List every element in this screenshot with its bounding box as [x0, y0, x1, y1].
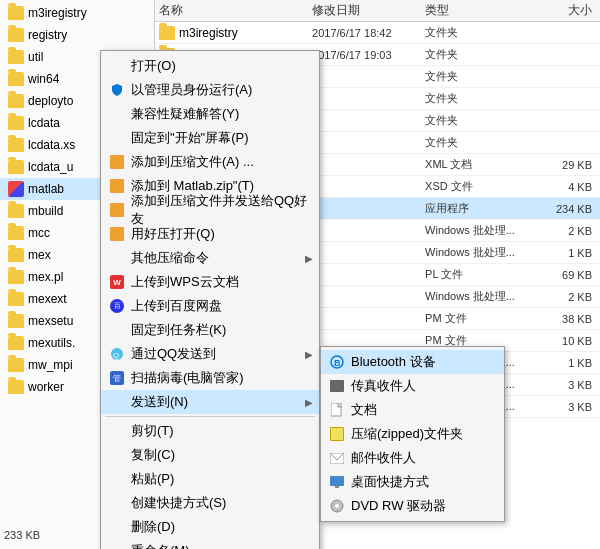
- mail-icon: [327, 448, 347, 468]
- column-header-修改日期[interactable]: 修改日期: [312, 2, 425, 19]
- file-size: 234 KB: [538, 203, 600, 215]
- folder-icon: [8, 248, 24, 262]
- menu-item-add-compress-qq[interactable]: 添加到压缩文件并发送给QQ好友: [101, 198, 319, 222]
- doc-icon: [327, 400, 347, 420]
- compress-icon: [107, 152, 127, 172]
- column-header-大小[interactable]: 大小: [538, 2, 600, 19]
- submenu-item-mail[interactable]: 邮件收件人: [321, 446, 504, 470]
- menu-item-label: 扫描病毒(电脑管家): [131, 369, 244, 387]
- submenu-item-label: 邮件收件人: [351, 449, 416, 467]
- column-header-类型[interactable]: 类型: [425, 2, 538, 19]
- file-size: 10 KB: [538, 335, 600, 347]
- compress-icon: [107, 224, 127, 244]
- file-name: m3iregistry: [179, 26, 238, 40]
- menu-item-other-compress[interactable]: 其他压缩命令▶: [101, 246, 319, 270]
- folder-icon: [8, 336, 24, 350]
- submenu-item-fax[interactable]: 传真收件人: [321, 374, 504, 398]
- folder-icon: [8, 138, 24, 152]
- file-type: 文件夹: [425, 69, 538, 84]
- submenu-item-zip[interactable]: 压缩(zipped)文件夹: [321, 422, 504, 446]
- column-header-名称[interactable]: 名称: [155, 2, 312, 19]
- file-type: Windows 批处理...: [425, 223, 538, 238]
- menu-item-pin-start[interactable]: 固定到"开始"屏幕(P): [101, 126, 319, 150]
- desktop-icon: [327, 472, 347, 492]
- file-size: 38 KB: [538, 313, 600, 325]
- sidebar-label: deployto: [28, 94, 73, 108]
- menu-item-paste[interactable]: 粘贴(P): [101, 467, 319, 491]
- file-type: PL 文件: [425, 267, 538, 282]
- menu-item-wps-upload[interactable]: W上传到WPS云文档: [101, 270, 319, 294]
- svg-rect-6: [330, 476, 344, 486]
- submenu-item-bluetooth[interactable]: BBluetooth 设备: [321, 350, 504, 374]
- svg-point-9: [335, 504, 339, 508]
- sidebar-size: 233 KB: [4, 529, 40, 541]
- submenu-item-desktop[interactable]: 桌面快捷方式: [321, 470, 504, 494]
- menu-item-send-to[interactable]: 发送到(N)▶: [101, 390, 319, 414]
- sidebar-label: mex.pl: [28, 270, 63, 284]
- menu-item-label: 固定到"开始"屏幕(P): [131, 129, 249, 147]
- menu-item-pin-taskbar[interactable]: 固定到任务栏(K): [101, 318, 319, 342]
- menu-item-label: 兼容性疑难解答(Y): [131, 105, 239, 123]
- menu-item-compat[interactable]: 兼容性疑难解答(Y): [101, 102, 319, 126]
- file-type: XSD 文件: [425, 179, 538, 194]
- submenu-item-label: 文档: [351, 401, 377, 419]
- submenu-item-doc[interactable]: 文档: [321, 398, 504, 422]
- compress-icon: [107, 176, 127, 196]
- sidebar-label: mcc: [28, 226, 50, 240]
- file-size: 3 KB: [538, 401, 600, 413]
- file-date: 2017/6/17 18:42: [312, 27, 425, 39]
- submenu-item-dvd[interactable]: DVD RW 驱动器: [321, 494, 504, 518]
- fax-icon: [327, 376, 347, 396]
- sidebar-label: lcdata.xs: [28, 138, 75, 152]
- menu-item-label: 删除(D): [131, 518, 175, 536]
- menu-item-rename[interactable]: 重命名(M): [101, 539, 319, 549]
- folder-icon: [8, 160, 24, 174]
- sidebar-label: mw_mpi: [28, 358, 73, 372]
- dvd-icon: [327, 496, 347, 516]
- sidebar-label: util: [28, 50, 43, 64]
- file-type: 文件夹: [425, 113, 538, 128]
- folder-icon: [159, 26, 175, 40]
- folder-icon: [8, 6, 24, 20]
- file-list-header: 名称修改日期类型大小: [155, 0, 600, 22]
- menu-item-create-shortcut[interactable]: 创建快捷方式(S): [101, 491, 319, 515]
- file-size: 2 KB: [538, 291, 600, 303]
- submenu-item-label: 传真收件人: [351, 377, 416, 395]
- menu-item-label: 添加到压缩文件(A) ...: [131, 153, 254, 171]
- sidebar-item-registry[interactable]: registry: [0, 24, 154, 46]
- menu-item-good-open[interactable]: 用好压打开(Q): [101, 222, 319, 246]
- menu-item-run-as-admin[interactable]: 以管理员身份运行(A): [101, 78, 319, 102]
- menu-item-qq-send[interactable]: Q通过QQ发送到▶: [101, 342, 319, 366]
- file-size: 3 KB: [538, 379, 600, 391]
- folder-icon: [8, 28, 24, 42]
- file-type: Windows 批处理...: [425, 289, 538, 304]
- bluetooth-icon: B: [327, 352, 347, 372]
- sidebar-label: mexext: [28, 292, 67, 306]
- qq-icon: Q: [107, 344, 127, 364]
- menu-item-scan-virus[interactable]: 管扫描病毒(电脑管家): [101, 366, 319, 390]
- submenu-arrow-icon: ▶: [305, 349, 313, 360]
- sidebar-label: matlab: [28, 182, 64, 196]
- menu-item-delete[interactable]: 删除(D): [101, 515, 319, 539]
- file-type: 应用程序: [425, 201, 538, 216]
- folder-icon: [8, 270, 24, 284]
- file-size: 29 KB: [538, 159, 600, 171]
- sidebar-label: lcdata_u: [28, 160, 73, 174]
- menu-item-copy[interactable]: 复制(C): [101, 443, 319, 467]
- folder-icon: [8, 204, 24, 218]
- folder-icon: [8, 116, 24, 130]
- menu-item-open[interactable]: 打开(O): [101, 54, 319, 78]
- baidu-icon: 百: [107, 296, 127, 316]
- file-type: 文件夹: [425, 91, 538, 106]
- menu-item-baidu-upload[interactable]: 百上传到百度网盘: [101, 294, 319, 318]
- menu-item-cut[interactable]: 剪切(T): [101, 419, 319, 443]
- file-size: 1 KB: [538, 247, 600, 259]
- submenu-arrow-icon: ▶: [305, 397, 313, 408]
- menu-item-label: 剪切(T): [131, 422, 174, 440]
- table-row[interactable]: m3iregistry2017/6/17 18:42文件夹: [155, 22, 600, 44]
- sidebar-item-m3iregistry[interactable]: m3iregistry: [0, 2, 154, 24]
- file-type: 文件夹: [425, 135, 538, 150]
- folder-icon: [8, 358, 24, 372]
- menu-item-label: 复制(C): [131, 446, 175, 464]
- menu-item-add-compress[interactable]: 添加到压缩文件(A) ...: [101, 150, 319, 174]
